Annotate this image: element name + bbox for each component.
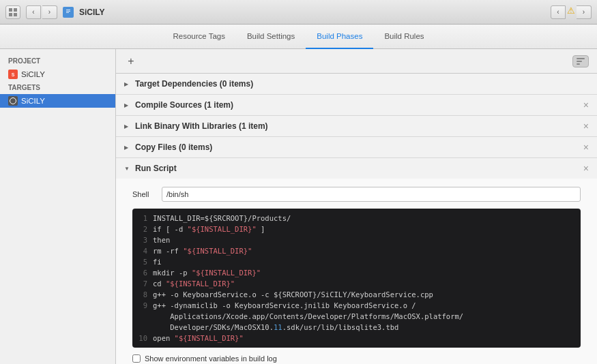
expand-icon: ▶ xyxy=(124,81,131,87)
code-line-9c: Developer/SDKs/MacOSX10.11.sdk/usr/lib/l… xyxy=(132,322,581,333)
code-editor[interactable]: 1 INSTALL_DIR=${SRCROOT}/Products/ 2 if … xyxy=(132,209,581,348)
code-line-5: 5 fi xyxy=(132,256,581,267)
project-item-label: SiCILY xyxy=(21,70,45,78)
svg-rect-1 xyxy=(14,8,17,12)
phase-link-binary-header[interactable]: ▶ Link Binary With Libraries (1 item) × xyxy=(116,116,597,136)
remove-phase-button[interactable]: × xyxy=(583,100,589,110)
shell-input[interactable] xyxy=(162,187,581,202)
filter-button[interactable] xyxy=(572,55,589,67)
code-line-8: 8 g++ -o KeyboardService.o -c ${SRCROOT}… xyxy=(132,289,581,300)
svg-rect-6 xyxy=(66,11,70,12)
phase-copy-files-header[interactable]: ▶ Copy Files (0 items) × xyxy=(116,137,597,157)
warn-back-button[interactable]: ‹ xyxy=(551,5,566,19)
add-phase-button[interactable]: + xyxy=(124,55,138,68)
warn-forward-button[interactable]: › xyxy=(577,5,592,19)
target-icon xyxy=(8,96,18,106)
phase-link-binary: ▶ Link Binary With Libraries (1 item) × xyxy=(116,116,597,137)
phase-title: Link Binary With Libraries (1 item) xyxy=(135,121,579,131)
phase-target-deps-header[interactable]: ▶ Target Dependencies (0 items) xyxy=(116,74,597,94)
shell-row: Shell xyxy=(132,187,581,202)
window-title: SiCILY xyxy=(79,7,105,17)
warning-icon: ⚠ xyxy=(567,5,575,19)
grid-button[interactable] xyxy=(5,5,20,19)
expand-icon: ▶ xyxy=(124,145,131,151)
forward-button[interactable]: › xyxy=(42,5,57,19)
expand-icon: ▼ xyxy=(124,166,131,172)
targets-section-title: TARGETS xyxy=(0,81,115,94)
phase-copy-files: ▶ Copy Files (0 items) × xyxy=(116,137,597,158)
tab-build-settings[interactable]: Build Settings xyxy=(236,25,306,49)
code-line-2: 2 if [ -d "${INSTALL_DIR}" ] xyxy=(132,224,581,234)
phase-compile-sources: ▶ Compile Sources (1 item) × xyxy=(116,95,597,116)
code-line-6: 6 mkdir -p "${INSTALL_DIR}" xyxy=(132,267,581,278)
project-section-title: PROJECT xyxy=(0,55,115,67)
expand-icon: ▶ xyxy=(124,102,131,108)
phase-title: Copy Files (0 items) xyxy=(135,142,579,152)
tab-bar: Resource Tags Build Settings Build Phase… xyxy=(0,25,597,49)
code-line-9b: Applications/Xcode.app/Contents/Develope… xyxy=(132,311,581,322)
phase-title: Run Script xyxy=(135,164,579,173)
code-lines: 1 INSTALL_DIR=${SRCROOT}/Products/ 2 if … xyxy=(132,209,581,348)
phase-title: Target Dependencies (0 items) xyxy=(135,79,589,89)
content-toolbar: + xyxy=(116,49,597,74)
remove-phase-button[interactable]: × xyxy=(583,164,589,173)
tab-build-rules[interactable]: Build Rules xyxy=(373,25,435,49)
expand-icon: ▶ xyxy=(124,123,131,130)
shell-label: Shell xyxy=(132,190,156,198)
phase-run-script-header[interactable]: ▼ Run Script × xyxy=(116,158,597,179)
code-line-4: 4 rm -rf "${INSTALL_DIR}" xyxy=(132,245,581,256)
remove-phase-button[interactable]: × xyxy=(583,121,589,131)
title-bar: ‹ › SiCILY ‹ ⚠ › xyxy=(0,0,597,25)
warning-nav: ‹ ⚠ › xyxy=(551,5,592,19)
tab-build-phases[interactable]: Build Phases xyxy=(306,25,373,49)
svg-rect-7 xyxy=(66,12,69,13)
show-env-label: Show environment variables in build log xyxy=(145,354,277,363)
remove-phase-button[interactable]: × xyxy=(583,142,589,152)
phase-run-script: ▼ Run Script × Shell 1 INSTALL_DIR=${SRC… xyxy=(116,158,597,364)
nav-buttons: ‹ › xyxy=(26,5,57,19)
file-icon xyxy=(63,7,74,18)
show-env-checkbox[interactable] xyxy=(132,354,141,363)
sidebar-item-project[interactable]: S SiCILY xyxy=(0,67,115,81)
phase-compile-sources-header[interactable]: ▶ Compile Sources (1 item) × xyxy=(116,95,597,115)
target-item-label: SiCILY xyxy=(21,97,45,105)
main-area: PROJECT S SiCILY TARGETS SiCILY + xyxy=(0,49,597,364)
filter-icon xyxy=(577,58,585,65)
code-line-9a: 9 g++ -dynamiclib -o KeyboardService.jni… xyxy=(132,300,581,311)
svg-rect-2 xyxy=(9,13,12,16)
code-line-7: 7 cd "${INSTALL_DIR}" xyxy=(132,278,581,289)
svg-rect-5 xyxy=(66,10,70,10)
back-button[interactable]: ‹ xyxy=(26,5,41,19)
content-area: + ▶ Target Dependencies (0 items) ▶ Comp… xyxy=(116,49,597,364)
checkbox-env-vars-row: Show environment variables in build log xyxy=(132,354,581,363)
run-script-content: Shell 1 INSTALL_DIR=${SRCROOT}/Products/… xyxy=(116,179,597,364)
project-icon: S xyxy=(8,70,18,79)
sidebar: PROJECT S SiCILY TARGETS SiCILY xyxy=(0,49,116,364)
sidebar-item-target[interactable]: SiCILY xyxy=(0,94,115,108)
phase-target-deps: ▶ Target Dependencies (0 items) xyxy=(116,74,597,95)
tab-resource-tags[interactable]: Resource Tags xyxy=(162,25,236,49)
code-line-1: 1 INSTALL_DIR=${SRCROOT}/Products/ xyxy=(132,213,581,224)
svg-rect-0 xyxy=(9,8,12,12)
phase-title: Compile Sources (1 item) xyxy=(135,100,579,110)
code-line-3: 3 then xyxy=(132,234,581,245)
svg-rect-3 xyxy=(14,13,17,16)
code-line-10: 10 open "${INSTALL_DIR}" xyxy=(132,333,581,344)
